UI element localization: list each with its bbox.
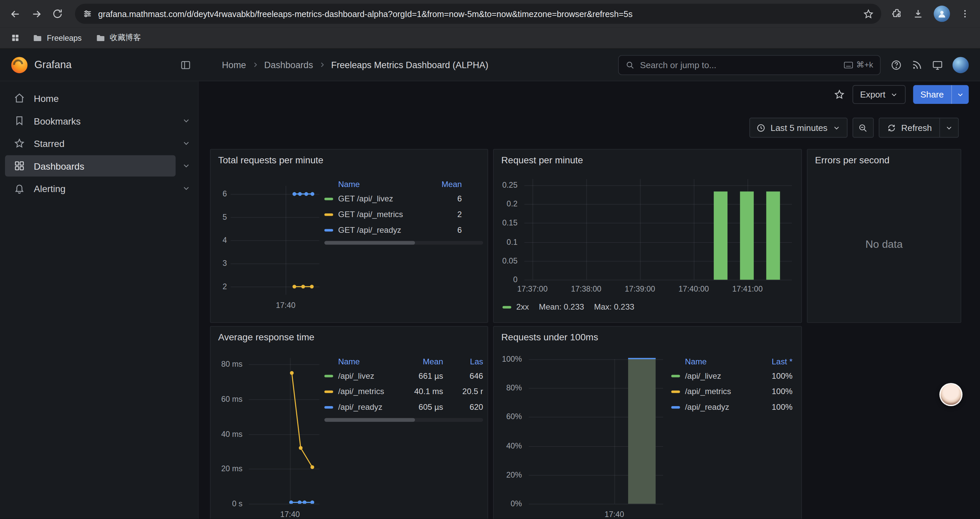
series-name[interactable]: GET /api/_metrics [338,210,417,219]
x-axis: 17:40 [529,509,663,519]
share-button[interactable]: Share [913,85,969,104]
panel-title[interactable]: Requests under 100ms [494,327,801,347]
series-name[interactable]: /api/_readyz [338,402,398,412]
url-text[interactable]: grafana.mathmast.com/d/deytv4rwavabkb/fr… [98,9,858,18]
breadcrumb-dashboards[interactable]: Dashboards [264,60,313,70]
panel-title[interactable]: Average response time [210,327,487,347]
series-swatch [324,374,333,377]
legend-scrollbar[interactable] [324,241,483,244]
address-bar[interactable]: grafana.mathmast.com/d/deytv4rwavabkb/fr… [75,4,881,24]
chevron-down-icon[interactable] [182,161,191,170]
legend-scrollbar[interactable] [324,418,483,422]
series-last: 100% [749,387,792,396]
sidebar-item-bookmarks[interactable]: Bookmarks [5,110,176,132]
sidebar-item-dashboards[interactable]: Dashboards [5,155,176,177]
x-axis: 17:40 [231,300,319,311]
sidebar-item-label: Dashboards [34,161,84,171]
series-swatch [671,374,680,377]
panel-title[interactable]: Errors per second [808,150,961,170]
series-name[interactable]: /api/_readyz [685,402,744,412]
chevron-down-icon [832,124,841,132]
bookmark-folder-blogs[interactable]: 收藏博客 [91,30,146,46]
legend-col-last[interactable]: Last * [749,356,792,366]
y-tick-label: 0.25 [502,181,518,189]
x-tick-label: 17:40:00 [678,285,709,294]
bookmark-label: 收藏博客 [110,32,141,43]
y-tick-label: 4 [223,236,227,244]
legend-col-mean[interactable]: Mean [422,179,462,189]
scrollbar-thumb[interactable] [324,418,415,422]
apps-grid-icon[interactable] [6,29,24,46]
search-input[interactable]: Search or jump to... ⌘+k [618,55,881,75]
legend-col-name[interactable]: Name [685,356,744,366]
bookmark-star-icon[interactable] [863,8,874,19]
series-name[interactable]: /api/_livez [338,371,398,380]
legend-col-last[interactable]: Las [448,356,483,366]
refresh-interval-dropdown[interactable] [940,118,958,137]
x-tick-label: 17:38:00 [571,285,601,294]
bar [740,192,754,280]
legend-col-mean[interactable]: Mean [403,356,443,366]
extensions-icon[interactable] [891,8,903,19]
refresh-button[interactable]: Refresh [879,118,939,137]
back-button[interactable] [5,4,25,24]
downloads-icon[interactable] [913,8,924,19]
legend-row: GET /api/_livez 6 [324,191,483,206]
sidebar-item-alerting[interactable]: Alerting [5,178,176,199]
series-name[interactable]: /api/_metrics [338,387,398,396]
chevron-down-icon[interactable] [182,184,191,193]
dashboards-grid-icon [14,160,25,172]
collapse-sidebar-icon[interactable] [180,59,191,70]
gridline [614,359,615,504]
chevron-down-icon[interactable] [952,85,969,104]
chevron-down-icon[interactable] [182,139,191,148]
scrollbar-thumb[interactable] [324,241,415,244]
browser-menu-icon[interactable] [960,9,970,19]
user-avatar[interactable] [953,57,969,73]
zoom-out-button[interactable] [853,118,874,137]
series-name[interactable]: GET /api/_livez [338,194,417,203]
panel-title[interactable]: Request per minute [494,150,801,170]
chevron-down-icon[interactable] [182,117,191,125]
legend-col-name[interactable]: Name [338,179,417,189]
bookmark-folder-freeleaps[interactable]: Freeleaps [27,30,86,45]
series-name[interactable]: GET /api/_readyz [338,225,417,235]
breadcrumb-home[interactable]: Home [222,60,246,70]
series-name[interactable]: 2xx [516,302,529,311]
assistant-avatar-widget[interactable] [939,383,963,406]
bar [766,192,780,280]
header-icons [891,57,969,73]
reload-button[interactable] [48,4,67,24]
browser-toolbar: grafana.mathmast.com/d/deytv4rwavabkb/fr… [0,0,980,27]
folder-icon [32,33,42,43]
series-name[interactable]: /api/_livez [685,371,744,380]
panel-title[interactable]: Total requests per minute [210,150,487,170]
series-swatch [324,213,333,216]
gridline [640,179,640,280]
sidebar-item-label: Home [34,93,59,104]
y-tick-label: 5 [223,213,227,222]
panel-errors-per-second: Errors per second No data [807,149,961,323]
help-icon[interactable] [891,59,902,70]
line-series-svg [231,186,319,295]
sidebar-item-starred[interactable]: Starred [5,133,176,154]
chevron-right-icon [318,61,326,69]
forward-button[interactable] [26,4,46,24]
series-max: Max: 0.233 [594,302,635,311]
series-name[interactable]: /api/_metrics [685,387,744,396]
grafana-logo[interactable] [11,57,28,73]
site-settings-icon[interactable] [83,9,92,19]
y-tick-label: 20% [506,471,522,479]
favorite-star-icon[interactable] [834,89,845,100]
monitor-icon[interactable] [932,59,943,70]
rss-icon[interactable] [911,59,923,70]
gridline [249,504,320,504]
legend-spacer [671,360,680,362]
gridline [586,179,587,280]
time-range-picker[interactable]: Last 5 minutes [749,118,847,137]
sidebar-item-home[interactable]: Home [5,88,176,109]
export-button[interactable]: Export [853,85,905,104]
legend-col-name[interactable]: Name [338,356,398,366]
profile-avatar[interactable] [934,6,950,22]
browser-actions [891,6,970,22]
